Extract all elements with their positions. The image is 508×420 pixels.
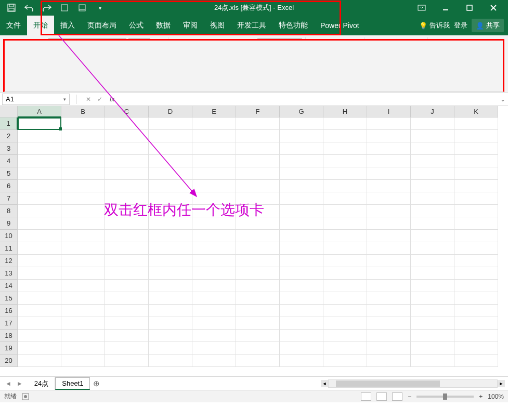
cell[interactable] xyxy=(411,167,454,180)
zoom-thumb[interactable] xyxy=(443,393,447,400)
align-right-icon[interactable] xyxy=(199,52,209,62)
cell[interactable] xyxy=(192,117,236,130)
row-header[interactable]: 8 xyxy=(0,205,18,217)
cell[interactable] xyxy=(236,317,280,330)
row-header[interactable]: 19 xyxy=(0,342,18,355)
tab-insert[interactable]: 插入 xyxy=(54,16,81,35)
sheet-nav-prev-icon[interactable]: ◄ xyxy=(5,380,11,387)
cell[interactable] xyxy=(105,205,149,217)
decrease-indent-icon[interactable] xyxy=(212,52,223,62)
align-left-icon[interactable] xyxy=(172,52,182,62)
cell[interactable] xyxy=(61,130,105,142)
maximize-icon[interactable] xyxy=(462,1,477,15)
format-painter-icon[interactable] xyxy=(32,64,42,74)
cell[interactable] xyxy=(192,280,236,292)
cell[interactable] xyxy=(411,205,454,217)
cell[interactable] xyxy=(149,267,192,280)
cell[interactable] xyxy=(280,167,323,180)
cell[interactable] xyxy=(411,155,454,167)
cell[interactable] xyxy=(280,217,323,230)
wrap-text-icon[interactable] xyxy=(226,38,236,49)
cell[interactable] xyxy=(454,280,498,292)
row-header[interactable]: 13 xyxy=(0,267,18,280)
cell[interactable] xyxy=(236,167,280,180)
column-header[interactable]: J xyxy=(411,106,454,117)
column-header[interactable]: E xyxy=(192,106,236,117)
cell[interactable] xyxy=(236,142,280,155)
cell[interactable] xyxy=(454,117,498,130)
cell[interactable] xyxy=(454,267,498,280)
column-header[interactable]: C xyxy=(105,106,149,117)
select-all-corner[interactable] xyxy=(0,106,18,117)
tab-developer[interactable]: 开发工具 xyxy=(231,16,272,35)
cell[interactable] xyxy=(411,117,454,130)
cell[interactable] xyxy=(192,180,236,192)
cell[interactable] xyxy=(192,292,236,305)
conditional-format-button[interactable]: 条件格式▾ xyxy=(309,38,361,47)
cell[interactable] xyxy=(280,330,323,342)
row-header[interactable]: 18 xyxy=(0,330,18,342)
cell[interactable] xyxy=(105,230,149,242)
cell[interactable] xyxy=(61,267,105,280)
undo-icon[interactable] xyxy=(24,3,34,13)
cell[interactable] xyxy=(454,205,498,217)
cell[interactable] xyxy=(149,217,192,230)
cell[interactable] xyxy=(61,242,105,255)
cell[interactable] xyxy=(411,230,454,242)
cell[interactable] xyxy=(105,242,149,255)
cell[interactable] xyxy=(149,280,192,292)
cell[interactable] xyxy=(236,192,280,205)
formula-input[interactable] xyxy=(119,94,498,105)
column-header[interactable]: F xyxy=(236,106,280,117)
horizontal-scrollbar[interactable]: ◄ ► xyxy=(321,379,508,388)
cell[interactable] xyxy=(236,230,280,242)
cell[interactable] xyxy=(367,117,411,130)
enter-formula-icon[interactable]: ✓ xyxy=(94,96,106,103)
view-normal-icon[interactable] xyxy=(361,392,371,401)
cell[interactable] xyxy=(280,342,323,355)
decrease-decimal-icon[interactable]: .00→.0 xyxy=(277,67,294,77)
cell[interactable] xyxy=(280,180,323,192)
cell[interactable] xyxy=(18,192,61,205)
hscroll-thumb[interactable] xyxy=(336,380,440,387)
cell[interactable] xyxy=(61,117,105,130)
cell[interactable] xyxy=(192,317,236,330)
cell[interactable] xyxy=(411,355,454,367)
border-button[interactable] xyxy=(86,53,96,63)
row-header[interactable]: 1 xyxy=(0,117,18,130)
cell[interactable] xyxy=(323,205,367,217)
cell[interactable] xyxy=(149,317,192,330)
cell[interactable] xyxy=(280,305,323,317)
cell[interactable] xyxy=(323,130,367,142)
cell[interactable] xyxy=(61,292,105,305)
cell[interactable] xyxy=(149,192,192,205)
cell[interactable] xyxy=(192,305,236,317)
cell[interactable] xyxy=(61,192,105,205)
cell[interactable] xyxy=(61,342,105,355)
cell[interactable] xyxy=(454,167,498,180)
cell[interactable] xyxy=(323,317,367,330)
percent-icon[interactable]: % xyxy=(271,53,281,63)
cell[interactable] xyxy=(192,155,236,167)
cell[interactable] xyxy=(18,117,61,130)
cell[interactable] xyxy=(367,205,411,217)
cell[interactable] xyxy=(18,180,61,192)
cell[interactable] xyxy=(411,242,454,255)
cell[interactable] xyxy=(192,342,236,355)
align-bottom-icon[interactable] xyxy=(199,38,209,49)
view-pagelayout-icon[interactable] xyxy=(376,392,387,401)
qat-icon-2[interactable] xyxy=(77,3,87,13)
cell[interactable] xyxy=(236,205,280,217)
cell[interactable] xyxy=(411,330,454,342)
cell[interactable] xyxy=(454,230,498,242)
cell[interactable] xyxy=(411,317,454,330)
cell[interactable] xyxy=(323,167,367,180)
cell[interactable] xyxy=(454,192,498,205)
ribbon-options-icon[interactable] xyxy=(414,1,429,15)
cell[interactable] xyxy=(18,130,61,142)
cell[interactable] xyxy=(105,267,149,280)
cell[interactable] xyxy=(18,205,61,217)
add-sheet-icon[interactable]: ⊕ xyxy=(90,379,102,388)
cell[interactable] xyxy=(105,167,149,180)
tab-data[interactable]: 数据 xyxy=(150,16,177,35)
